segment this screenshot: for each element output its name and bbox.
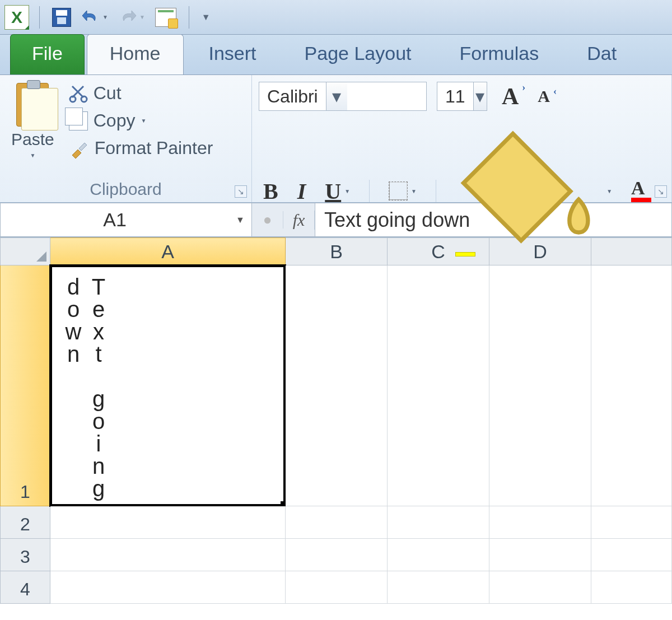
borders-icon xyxy=(389,181,408,201)
save-button[interactable] xyxy=(50,6,73,29)
undo-dropdown-icon[interactable]: ▼ xyxy=(102,14,108,20)
cell-A1[interactable]: Text going down xyxy=(50,265,286,506)
row-header-2[interactable]: 2 xyxy=(0,506,50,539)
paste-button[interactable]: Paste ▼ xyxy=(7,81,59,176)
font-name-value: Calibri xyxy=(259,86,326,107)
qat-separator-2 xyxy=(189,6,189,29)
worksheet-grid: A B C D 1 Text going down 2 3 4 xyxy=(0,237,672,604)
undo-icon xyxy=(81,10,100,25)
bold-button[interactable]: B xyxy=(259,176,283,207)
row-3: 3 xyxy=(0,539,672,571)
column-header-A[interactable]: A xyxy=(50,237,286,265)
cell-D2[interactable] xyxy=(489,506,591,539)
name-box-value: A1 xyxy=(1,209,229,231)
tab-formulas[interactable]: Formulas xyxy=(436,34,562,74)
cell-A4[interactable] xyxy=(50,571,286,604)
cell-C4[interactable] xyxy=(388,571,489,604)
row-1: 1 Text going down xyxy=(0,265,672,506)
tab-data[interactable]: Dat xyxy=(564,34,623,74)
cell-B3[interactable] xyxy=(286,539,388,571)
ribbon: Paste ▼ Cut Copy ▼ xyxy=(0,75,672,203)
font-name-combo[interactable]: Calibri ▾ xyxy=(259,82,427,111)
font-color-icon: A xyxy=(631,180,651,202)
cell-C1[interactable] xyxy=(388,265,489,506)
redo-icon xyxy=(118,10,137,25)
format-painter-button[interactable]: Format Painter xyxy=(69,138,213,159)
cell-D4[interactable] xyxy=(489,571,591,604)
new-document-icon xyxy=(155,8,176,27)
tab-home[interactable]: Home xyxy=(87,34,184,74)
scissors-icon xyxy=(69,84,88,103)
cell-E2[interactable] xyxy=(591,506,672,539)
name-box[interactable]: A1 ▼ xyxy=(0,203,252,237)
cell-E1[interactable] xyxy=(591,265,672,506)
name-box-dropdown-icon[interactable]: ▼ xyxy=(229,215,251,225)
shrink-font-button[interactable]: A xyxy=(533,85,554,108)
underline-button[interactable]: U ▼ xyxy=(320,176,354,207)
svg-point-1 xyxy=(81,96,87,102)
quick-access-toolbar: X ▼ ▼ ▼ xyxy=(0,0,672,35)
cell-B2[interactable] xyxy=(286,506,388,539)
fill-color-dropdown-icon[interactable]: ▼ xyxy=(606,188,612,194)
paste-dropdown-icon[interactable]: ▼ xyxy=(30,152,35,159)
cell-B4[interactable] xyxy=(286,571,388,604)
cell-A2[interactable] xyxy=(50,506,286,539)
cut-button[interactable]: Cut xyxy=(69,83,213,104)
copy-button[interactable]: Copy ▼ xyxy=(69,110,213,131)
paste-label: Paste xyxy=(11,130,54,149)
group-clipboard: Paste ▼ Cut Copy ▼ xyxy=(0,75,252,202)
redo-button[interactable]: ▼ xyxy=(116,7,147,27)
cell-D3[interactable] xyxy=(489,539,591,571)
cell-B1[interactable] xyxy=(286,265,388,506)
fill-color-button[interactable]: ▼ xyxy=(451,123,617,259)
shrink-font-icon: A xyxy=(538,87,550,106)
new-document-button[interactable] xyxy=(153,6,179,29)
row-2: 2 xyxy=(0,506,672,539)
clipboard-dialog-launcher[interactable]: ↘ xyxy=(235,185,247,198)
font-size-value: 11 xyxy=(437,86,473,107)
row-header-3[interactable]: 3 xyxy=(0,539,50,571)
tab-file[interactable]: File xyxy=(10,34,85,74)
customize-qat-button[interactable]: ▼ xyxy=(199,10,213,25)
separator xyxy=(436,180,436,202)
italic-button[interactable]: I xyxy=(293,176,311,207)
row-4: 4 xyxy=(0,571,672,604)
underline-icon: U xyxy=(325,178,341,204)
brush-icon xyxy=(69,138,89,159)
row-header-4[interactable]: 4 xyxy=(0,571,50,604)
group-font: Calibri ▾ 11 ▾ A A B xyxy=(252,75,672,202)
paste-icon xyxy=(16,83,49,127)
copy-dropdown-icon[interactable]: ▼ xyxy=(141,118,146,124)
tab-insert[interactable]: Insert xyxy=(186,34,279,74)
borders-dropdown-icon[interactable]: ▼ xyxy=(411,188,417,194)
cell-D1[interactable] xyxy=(489,265,591,506)
cell-A1-value: Text going down xyxy=(60,274,111,506)
borders-button[interactable]: ▼ xyxy=(384,179,421,203)
cell-A3[interactable] xyxy=(50,539,286,571)
excel-app-icon[interactable]: X xyxy=(4,5,29,30)
fill-color-icon xyxy=(455,125,603,257)
font-size-dropdown-icon[interactable]: ▾ xyxy=(473,82,487,110)
select-all-button[interactable] xyxy=(0,237,50,265)
cell-E4[interactable] xyxy=(591,571,672,604)
font-dialog-launcher[interactable]: ↘ xyxy=(655,185,667,198)
chevron-down-icon: ▼ xyxy=(202,12,211,22)
redo-dropdown-icon[interactable]: ▼ xyxy=(139,14,145,20)
tab-page-layout[interactable]: Page Layout xyxy=(282,34,435,74)
font-size-combo[interactable]: 11 ▾ xyxy=(437,82,487,111)
copy-label: Copy xyxy=(94,110,136,131)
row-header-1[interactable]: 1 xyxy=(0,265,50,506)
cell-E3[interactable] xyxy=(591,539,672,571)
separator xyxy=(369,180,370,202)
cut-label: Cut xyxy=(94,83,122,104)
font-name-dropdown-icon[interactable]: ▾ xyxy=(326,82,347,110)
undo-button[interactable]: ▼ xyxy=(79,7,110,27)
ribbon-tabs: File Home Insert Page Layout Formulas Da… xyxy=(0,35,672,75)
cell-C3[interactable] xyxy=(388,539,489,571)
underline-dropdown-icon[interactable]: ▼ xyxy=(344,188,350,194)
copy-icon xyxy=(69,111,88,130)
save-icon xyxy=(52,8,71,27)
grow-font-button[interactable]: A xyxy=(497,81,523,112)
clipboard-group-label: Clipboard xyxy=(7,176,245,200)
cell-C2[interactable] xyxy=(388,506,489,539)
